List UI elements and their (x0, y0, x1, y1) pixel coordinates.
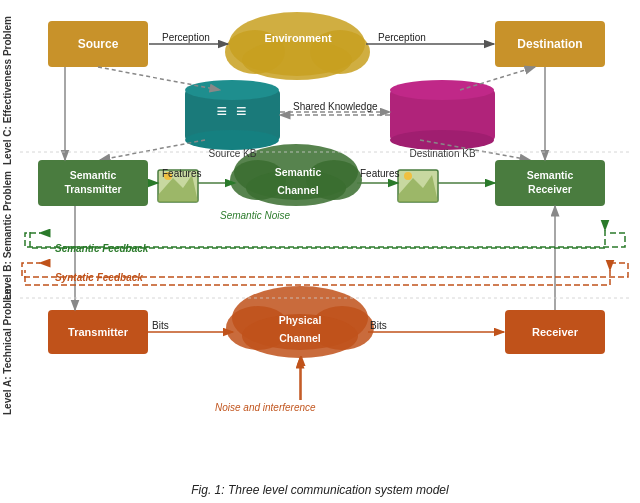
level-b-label: Level B: Semantic Problem (2, 155, 13, 300)
destination-box: Destination (495, 21, 605, 67)
physical-channel-label: PhysicalChannel (245, 310, 355, 346)
shared-knowledge-label: Shared Knowledge (293, 101, 378, 112)
semantic-noise-label: Semantic Noise (220, 205, 290, 223)
features1-label: Features (162, 168, 201, 179)
noise-arrow (295, 356, 307, 401)
svg-line-16 (98, 67, 220, 90)
svg-point-31 (404, 172, 412, 180)
semantic-transmitter-box: SemanticTransmitter (38, 160, 148, 206)
svg-rect-11 (390, 90, 495, 140)
source-box: Source (48, 21, 148, 67)
bits2-label: Bits (370, 320, 387, 331)
feedback-svg (20, 225, 630, 300)
svg-point-12 (390, 80, 494, 100)
source-kb-label: Source KB (185, 143, 280, 161)
semantic-channel-label: SemanticChannel (248, 162, 348, 198)
level-a-label: Level A: Technical Problem (2, 295, 13, 415)
svg-line-17 (460, 67, 535, 90)
svg-marker-30 (398, 175, 438, 202)
bits1-label: Bits (152, 320, 169, 331)
svg-rect-29 (398, 170, 438, 202)
semantic-receiver-box: SemanticReceiver (495, 160, 605, 206)
diagram-container: Level C: Effectiveness Problem Level B: … (0, 0, 640, 503)
transmitter-box: Transmitter (48, 310, 148, 354)
destination-kb-label: Destination KB (390, 143, 495, 161)
level-c-label: Level C: Effectiveness Problem (2, 10, 13, 165)
source-kb-box: ≡ ≡ (185, 100, 280, 123)
svg-marker-27 (158, 175, 198, 202)
features2-label: Features (360, 168, 399, 179)
receiver-box: Receiver (505, 310, 605, 354)
svg-point-4 (242, 40, 352, 80)
perception2-label: Perception (378, 32, 426, 43)
caption: Fig. 1: Three level communication system… (191, 483, 448, 497)
perception1-label: Perception (162, 32, 210, 43)
svg-point-9 (185, 80, 279, 100)
environment-label: Environment (248, 28, 348, 46)
